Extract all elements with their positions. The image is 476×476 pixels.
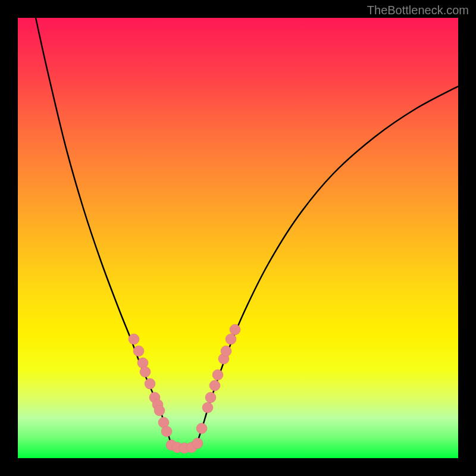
marker-dot <box>230 324 240 335</box>
marker-dot <box>209 380 220 391</box>
curve-right-branch <box>196 86 458 445</box>
marker-dot <box>129 334 139 345</box>
marker-dot <box>140 367 151 377</box>
marker-dot <box>133 346 144 356</box>
marker-dot <box>161 426 172 437</box>
plot-area <box>18 18 458 458</box>
curve-svg <box>18 18 458 458</box>
marker-dot <box>196 423 207 434</box>
watermark-text: TheBottleneck.com <box>367 4 469 17</box>
chart-container: TheBottleneck.com <box>0 0 476 476</box>
marker-dot <box>154 405 165 416</box>
marker-dot <box>212 369 223 380</box>
marker-dot <box>145 378 155 389</box>
marker-dot <box>192 438 203 449</box>
marker-dot <box>226 334 236 345</box>
marker-dot <box>202 402 213 413</box>
marker-dot <box>221 346 231 356</box>
marker-dot <box>205 392 216 403</box>
marker-group <box>129 324 240 453</box>
